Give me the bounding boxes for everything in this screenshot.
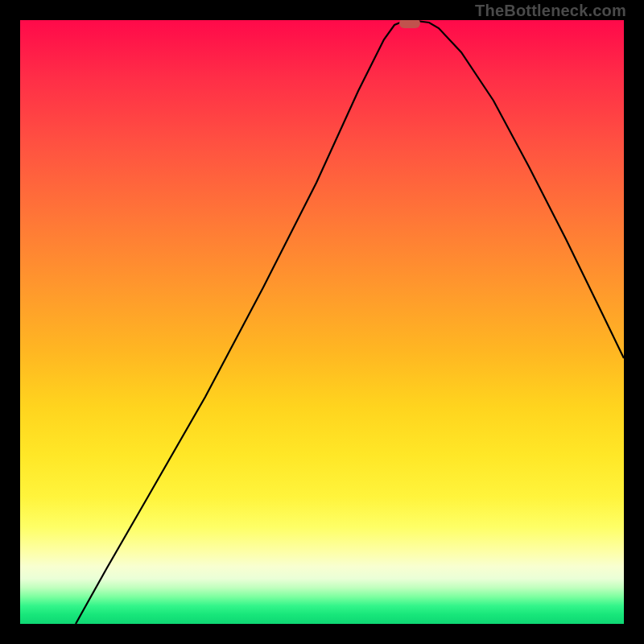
chart-frame: TheBottleneck.com bbox=[0, 0, 644, 644]
watermark-text: TheBottleneck.com bbox=[475, 2, 626, 20]
bottleneck-curve-path bbox=[76, 21, 624, 624]
curve-svg bbox=[20, 20, 624, 624]
optimal-marker bbox=[399, 20, 420, 28]
plot-area bbox=[20, 20, 624, 624]
